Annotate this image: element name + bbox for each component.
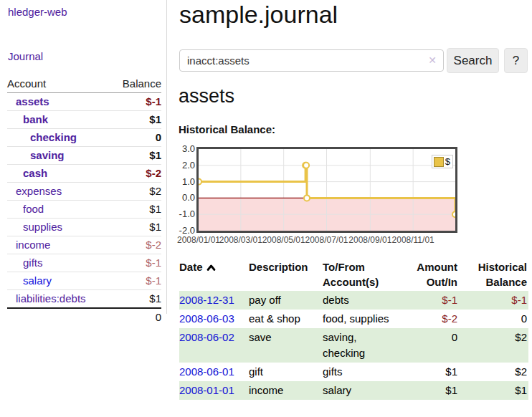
account-link[interactable]: cash [7, 165, 146, 182]
account-row-gifts: gifts$-1 [7, 254, 161, 272]
account-balance: $-2 [146, 236, 161, 254]
account-link[interactable]: saving [7, 147, 149, 164]
account-column-header: Account [7, 75, 123, 92]
app-title-link[interactable]: hledger-web [8, 6, 67, 18]
account-balance: $1 [149, 201, 161, 218]
accounts-total-value: 0 [156, 309, 161, 326]
transaction-balance: $1 [459, 381, 528, 400]
amount-header: Amount Out/In [394, 258, 459, 291]
date-sort-header[interactable]: Date [179, 258, 249, 291]
accounts-table: Account Balance assets$-1bank$1checking0… [7, 75, 161, 326]
x-tick-label: 2008/09/01 [348, 235, 391, 245]
x-tick-label: 2008/11/01 [392, 235, 434, 245]
register-row: 2008-01-01incomesalary$1$1 [179, 381, 528, 400]
account-link[interactable]: liabilities:debts [7, 290, 149, 307]
chart-plot-svg [199, 149, 455, 231]
historical-balance-chart: 3.02.01.00.0-1.0-2.0 $ 2008/01/012008/03… [177, 145, 532, 251]
account-balance: $2 [149, 183, 161, 200]
transaction-date-link[interactable]: 2008-06-02 [179, 328, 249, 363]
transaction-balance: $2 [459, 363, 528, 381]
transaction-description: save [249, 328, 323, 363]
chart-legend: $ [432, 155, 453, 168]
transaction-amount: $1 [394, 381, 459, 400]
legend-swatch [434, 157, 444, 167]
account-row-liabilities-debts: liabilities:debts$1 [7, 290, 161, 307]
transaction-date-link[interactable]: 2008-12-31 [179, 291, 249, 310]
account-link[interactable]: supplies [7, 219, 149, 236]
y-tick-label: 0.0 [177, 192, 195, 203]
sidebar: hledger-web Journal Account Balance asse… [0, 0, 167, 314]
transaction-accounts: gifts [323, 363, 394, 381]
account-row-income: income$-2 [7, 236, 161, 254]
historical-balance-label: Historical Balance: [179, 123, 275, 135]
chart-y-axis: 3.02.01.00.0-1.0-2.0 [177, 149, 195, 231]
accounts-table-body: assets$-1bank$1checking0saving$1cash$-2e… [7, 93, 161, 307]
account-row-expenses: expenses$2 [7, 183, 161, 201]
account-link[interactable]: expenses [7, 183, 149, 200]
balance-column-header: Balance [123, 75, 161, 92]
register-table-body: 2008-12-31pay offdebts$-1$-12008-06-03ea… [179, 291, 528, 400]
chart-x-axis: 2008/01/012008/03/012008/05/012008/07/01… [199, 235, 455, 246]
account-balance: $-2 [146, 165, 161, 182]
x-tick-label: 2008/07/01 [305, 235, 348, 245]
page-title: sample.journal [179, 0, 338, 32]
account-link[interactable]: checking [7, 129, 156, 146]
account-link[interactable]: food [7, 201, 149, 218]
account-link[interactable]: bank [7, 111, 149, 128]
account-balance: 0 [156, 129, 161, 146]
data-point-marker [199, 179, 201, 185]
transaction-date-link[interactable]: 2008-06-03 [179, 310, 249, 328]
search-form: ✕ [179, 49, 444, 72]
transaction-description: gift [249, 363, 323, 381]
account-balance: $-1 [146, 254, 161, 272]
register-header-row: Date Description To/From Account(s) Amou… [179, 258, 528, 291]
y-tick-label: 3.0 [177, 143, 195, 155]
account-row-food: food$1 [7, 201, 161, 219]
transaction-amount: $-1 [394, 291, 459, 310]
account-row-checking: checking0 [7, 129, 161, 147]
transaction-description: income [249, 381, 323, 400]
search-input[interactable] [179, 49, 444, 72]
account-balance: $1 [149, 147, 161, 164]
transaction-amount: $-2 [394, 310, 459, 328]
transaction-description: pay off [249, 291, 323, 310]
transaction-accounts: food, supplies [323, 310, 394, 328]
account-balance: $1 [149, 219, 161, 236]
account-link[interactable]: salary [7, 272, 146, 289]
account-row-saving: saving$1 [7, 147, 161, 165]
sidebar-item-journal[interactable]: Journal [8, 50, 43, 62]
transaction-date-link[interactable]: 2008-01-01 [179, 381, 249, 400]
transaction-date-link[interactable]: 2008-06-01 [179, 363, 249, 381]
x-tick-label: 2008/05/01 [262, 235, 305, 245]
x-tick-label: 2008/01/01 [177, 235, 220, 245]
accounts-table-header: Account Balance [7, 75, 161, 93]
account-balance: $1 [149, 290, 161, 307]
description-header: Description [249, 258, 323, 291]
data-point-marker [304, 195, 310, 201]
transaction-amount: 0 [394, 328, 459, 363]
help-button[interactable]: ? [504, 48, 528, 73]
transaction-balance: 0 [459, 310, 528, 328]
transaction-amount: $1 [394, 363, 459, 381]
register-row: 2008-06-01giftgifts$1$2 [179, 363, 528, 381]
chevron-up-icon [206, 264, 216, 272]
register-row: 2008-12-31pay offdebts$-1$-1 [179, 291, 528, 310]
account-link[interactable]: gifts [7, 254, 146, 272]
transaction-accounts: salary [323, 381, 394, 400]
account-row-supplies: supplies$1 [7, 219, 161, 236]
account-balance: $-1 [146, 93, 161, 110]
account-row-assets: assets$-1 [7, 93, 161, 111]
clear-search-icon[interactable]: ✕ [428, 54, 437, 66]
account-row-cash: cash$-2 [7, 165, 161, 183]
y-tick-label: 2.0 [177, 160, 195, 171]
x-tick-label: 2008/03/01 [219, 235, 262, 245]
search-button[interactable]: Search [447, 48, 499, 73]
account-link[interactable]: assets [7, 93, 146, 110]
register-row: 2008-06-02savesaving, checking0$2 [179, 328, 528, 363]
transaction-balance: $-1 [459, 291, 528, 310]
transaction-description: eat & shop [249, 310, 323, 328]
account-link[interactable]: income [7, 236, 146, 254]
data-point-marker [452, 211, 455, 217]
data-point-marker [303, 163, 309, 168]
account-heading: assets [179, 82, 234, 110]
